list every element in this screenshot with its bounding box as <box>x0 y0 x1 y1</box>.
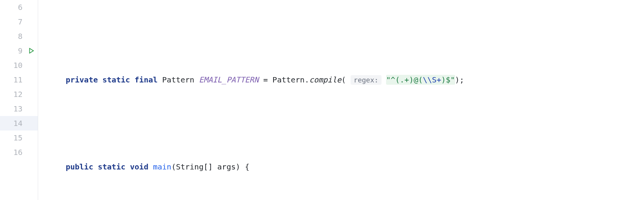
line-number: 13 <box>0 102 38 116</box>
line-number: 7 <box>0 15 38 29</box>
code-line-6 <box>47 29 644 44</box>
line-number-current: 14 <box>0 116 38 131</box>
line-number: 16 <box>0 145 38 160</box>
code-line-8 <box>47 116 644 131</box>
line-number: 10 <box>0 58 38 73</box>
line-number[interactable]: 9 <box>0 44 38 58</box>
code-editor[interactable]: 6 7 8 9 10 11 12 13 14 15 16 private sta… <box>0 0 644 200</box>
line-number: 15 <box>0 131 38 145</box>
line-number: 8 <box>0 29 38 44</box>
code-line-7: private static final Pattern EMAIL_PATTE… <box>47 73 644 87</box>
line-number: 11 <box>0 73 38 87</box>
line-number: 12 <box>0 87 38 102</box>
run-icon[interactable] <box>28 47 35 54</box>
line-number: 6 <box>0 0 38 15</box>
code-line-9: public static void main(String[] args) { <box>47 160 644 174</box>
parameter-hint: regex: <box>351 75 382 85</box>
code-content[interactable]: private static final Pattern EMAIL_PATTE… <box>38 0 644 200</box>
line-gutter: 6 7 8 9 10 11 12 13 14 15 16 <box>0 0 38 200</box>
